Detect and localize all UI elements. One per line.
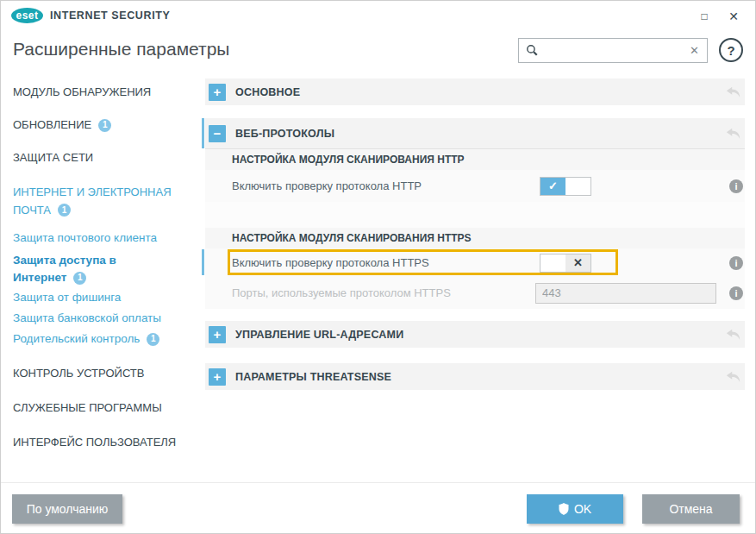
info-icon[interactable]: i xyxy=(729,256,743,270)
sidebar-item-user-interface[interactable]: ИНТЕРФЕЙС ПОЛЬЗОВАТЕЛЯ xyxy=(13,436,195,449)
toggle-https-scanning[interactable]: ✕ xyxy=(540,254,591,273)
toggle-on-half xyxy=(540,254,565,272)
section-gap xyxy=(205,309,745,321)
sidebar-item-network-protection[interactable]: ЗАЩИТА СЕТИ xyxy=(13,151,195,165)
maximize-button[interactable]: □ xyxy=(693,6,715,27)
titlebar: eset INTERNET SECURITY □ ✕ xyxy=(1,1,755,32)
revert-icon[interactable] xyxy=(726,329,740,340)
close-button[interactable]: ✕ xyxy=(722,6,745,27)
cancel-button[interactable]: Отмена xyxy=(642,494,740,524)
expand-icon[interactable]: + xyxy=(209,368,226,386)
sidebar-item-tools[interactable]: СЛУЖЕБНЫЕ ПРОГРАММЫ xyxy=(13,401,195,415)
cancel-button-label: Отмена xyxy=(669,502,712,516)
ok-button[interactable]: OK xyxy=(527,494,623,524)
section-gap xyxy=(205,348,745,363)
search-input[interactable] xyxy=(544,44,682,57)
settings-panel: + ОСНОВНОЕ − ВЕБ-ПРОТОКОЛЫ НАСТР xyxy=(205,79,745,390)
section-web-protocols: − ВЕБ-ПРОТОКОЛЫ НАСТРОЙКА МОДУЛЯ СКАНИРО… xyxy=(205,118,745,309)
setting-label: Порты, используемые протоколом HTTPS xyxy=(205,286,451,299)
sidebar-item-anti-phishing[interactable]: Защита от фишинга xyxy=(13,291,195,305)
product-title: INTERNET SECURITY xyxy=(50,9,170,22)
sidebar-item-label: КОНТРОЛЬ УСТРОЙСТВ xyxy=(13,367,144,380)
eset-settings-window: eset INTERNET SECURITY □ ✕ Расширенные п… xyxy=(0,0,756,534)
shield-icon xyxy=(559,503,569,515)
sidebar-item-email-client-protection[interactable]: Защита почтового клиента xyxy=(13,231,195,245)
sidebar-item-label: Защита банковской оплаты xyxy=(13,311,161,324)
sidebar-item-label: ЗАЩИТА СЕТИ xyxy=(13,151,93,164)
search-icon xyxy=(526,44,539,57)
expand-icon[interactable]: + xyxy=(209,84,226,101)
toggle-http-scanning[interactable]: ✓ xyxy=(540,177,591,196)
revert-icon[interactable] xyxy=(726,371,740,382)
sidebar-item-label: Защита от фишинга xyxy=(13,291,121,304)
eset-logo: eset INTERNET SECURITY xyxy=(11,8,170,23)
https-ports-input xyxy=(535,283,716,304)
sidebar-item-label: МОДУЛЬ ОБНАРУЖЕНИЯ xyxy=(13,85,151,98)
sidebar-item-label: Защита доступа в Интернет xyxy=(13,254,116,284)
sidebar-item-web-and-email[interactable]: ИНТЕРНЕТ И ЭЛЕКТРОННАЯ ПОЧТА1 xyxy=(13,183,190,219)
notification-badge: 1 xyxy=(147,333,159,346)
help-icon[interactable]: ? xyxy=(719,38,743,62)
revert-icon[interactable] xyxy=(726,128,740,139)
sidebar-item-parental-control[interactable]: Родительский контроль1 xyxy=(13,332,195,346)
setting-row-https-ports: Порты, используемые протоколом HTTPS i xyxy=(205,277,745,309)
sidebar-item-label: ИНТЕРНЕТ И ЭЛЕКТРОННАЯ ПОЧТА xyxy=(13,185,172,217)
section-gap xyxy=(205,105,745,118)
toggle-off-half: ✕ xyxy=(565,254,590,272)
info-icon[interactable]: i xyxy=(729,286,743,300)
setting-row-https-scanning: Включить проверку протокола HTTPS ✕ i xyxy=(205,248,745,277)
search-box[interactable]: ✕ xyxy=(518,38,708,63)
setting-row-http-scanning: Включить проверку протокола HTTP ✓ i xyxy=(205,170,745,202)
group-header-https: НАСТРОЙКА МОДУЛЯ СКАНИРОВАНИЯ HTTPS xyxy=(205,228,745,248)
sidebar-item-web-access-protection[interactable]: Защита доступа в Интернет1 xyxy=(13,252,151,286)
setting-label: Включить проверку протокола HTTPS xyxy=(205,256,429,269)
section-header-basic[interactable]: + ОСНОВНОЕ xyxy=(205,79,745,105)
ok-button-label: OK xyxy=(574,502,591,516)
collapse-icon[interactable]: − xyxy=(209,125,226,142)
footer-bar: По умолчанию OK Отмена xyxy=(1,482,755,533)
sidebar-item-update[interactable]: ОБНОВЛЕНИЕ1 xyxy=(13,118,195,132)
section-title: УПРАВЛЕНИЕ URL-АДРЕСАМИ xyxy=(235,329,403,341)
sidebar-item-label: ОБНОВЛЕНИЕ xyxy=(13,118,91,131)
section-title: ПАРАМЕТРЫ THREATSENSE xyxy=(235,371,391,383)
page-title: Расширенные параметры xyxy=(13,39,229,60)
section-title: ОСНОВНОЕ xyxy=(235,86,300,98)
revert-icon[interactable] xyxy=(726,86,740,97)
expand-icon[interactable]: + xyxy=(209,326,226,343)
sidebar-item-label: ИНТЕРФЕЙС ПОЛЬЗОВАТЕЛЯ xyxy=(13,436,176,449)
section-header-web-protocols[interactable]: − ВЕБ-ПРОТОКОЛЫ xyxy=(205,118,745,149)
default-button[interactable]: По умолчанию xyxy=(12,494,122,524)
toggle-on-half: ✓ xyxy=(540,178,565,195)
group-gap xyxy=(205,202,745,228)
eset-logo-icon: eset xyxy=(11,8,43,23)
notification-badge: 1 xyxy=(58,204,71,217)
section-header-url-management[interactable]: + УПРАВЛЕНИЕ URL-АДРЕСАМИ xyxy=(205,321,745,348)
sidebar-item-device-control[interactable]: КОНТРОЛЬ УСТРОЙСТВ xyxy=(13,367,195,380)
section-title: ВЕБ-ПРОТОКОЛЫ xyxy=(235,128,334,140)
sidebar-item-label: СЛУЖЕБНЫЕ ПРОГРАММЫ xyxy=(13,401,162,414)
info-icon[interactable]: i xyxy=(729,179,743,193)
setting-label: Включить проверку протокола HTTP xyxy=(205,179,422,192)
sidebar-item-label: Родительский контроль xyxy=(13,332,140,345)
notification-badge: 1 xyxy=(73,272,86,285)
sidebar-item-banking-protection[interactable]: Защита банковской оплаты xyxy=(13,311,195,325)
sidebar-item-label: Защита почтового клиента xyxy=(13,231,157,244)
toggle-off-half xyxy=(565,178,590,195)
sidebar: МОДУЛЬ ОБНАРУЖЕНИЯ ОБНОВЛЕНИЕ1 ЗАЩИТА СЕ… xyxy=(1,79,205,482)
search-clear-icon[interactable]: ✕ xyxy=(690,44,699,57)
group-header-http: НАСТРОЙКА МОДУЛЯ СКАНИРОВАНИЯ HTTP xyxy=(205,149,745,170)
notification-badge: 1 xyxy=(98,119,111,132)
section-header-threatsense[interactable]: + ПАРАМЕТРЫ THREATSENSE xyxy=(205,363,745,390)
sidebar-item-detection-engine[interactable]: МОДУЛЬ ОБНАРУЖЕНИЯ xyxy=(13,85,195,99)
default-button-label: По умолчанию xyxy=(27,502,109,516)
